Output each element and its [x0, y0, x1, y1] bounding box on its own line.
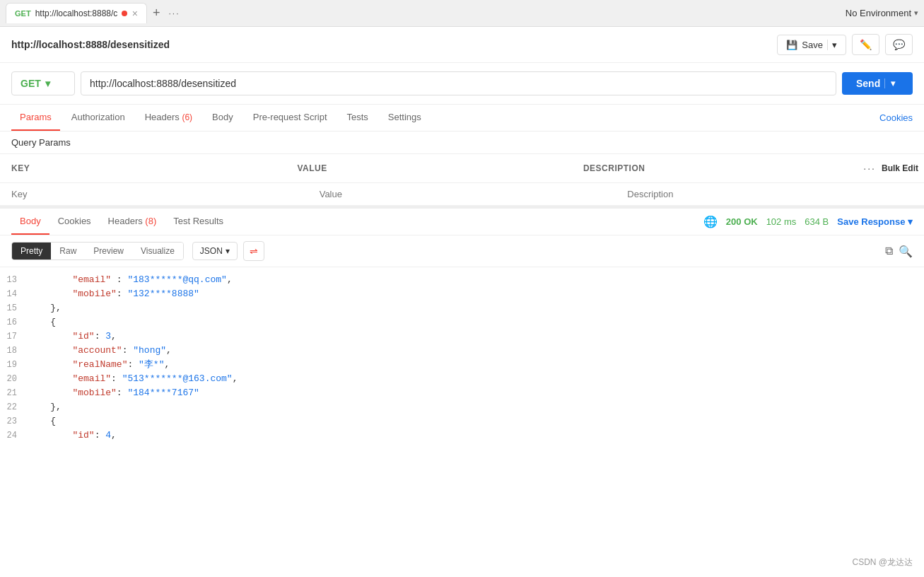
- tab-pre-request-script[interactable]: Pre-request Script: [245, 105, 336, 131]
- tab-dot: [122, 11, 127, 16]
- tab-authorization[interactable]: Authorization: [63, 105, 134, 131]
- watermark: CSDN @龙达达: [852, 556, 913, 569]
- send-label: Send: [856, 78, 880, 89]
- save-icon: 💾: [786, 40, 797, 50]
- response-section: Body Cookies Headers (8) Test Results 🌐 …: [0, 206, 924, 465]
- comment-button[interactable]: 💬: [885, 34, 913, 55]
- response-format-bar: Pretty Raw Preview Visualize JSON ▾ ⇌ ⧉ …: [0, 235, 924, 267]
- browser-tab[interactable]: GET http://localhost:8888/c ×: [6, 3, 147, 23]
- query-params-label: Query Params: [0, 132, 924, 154]
- tab-url: http://localhost:8888/c: [35, 8, 118, 18]
- method-selector[interactable]: GET ▾: [11, 71, 75, 95]
- save-label: Save: [802, 40, 823, 50]
- chevron-down-icon: ▾: [226, 246, 230, 256]
- bulk-edit-button[interactable]: Bulk Edit: [882, 163, 918, 173]
- save-response-label: Save Response: [837, 216, 905, 227]
- globe-icon: 🌐: [703, 215, 718, 228]
- response-tabs-bar: Body Cookies Headers (8) Test Results 🌐 …: [0, 209, 924, 235]
- page-title: http://localhost:8888/desensitized: [11, 39, 170, 50]
- json-content[interactable]: 13 "email" : "183******@qq.com", 14 "mob…: [0, 267, 924, 465]
- json-label: JSON: [200, 246, 223, 256]
- json-line-20: 20 "email": "513*******@163.com",: [0, 372, 924, 386]
- value-column-header: VALUE: [286, 159, 571, 177]
- more-options-icon[interactable]: ···: [863, 163, 876, 174]
- edit-button[interactable]: ✏️: [852, 34, 879, 55]
- format-raw[interactable]: Raw: [51, 243, 85, 260]
- tab-close-icon[interactable]: ×: [132, 8, 138, 19]
- search-button[interactable]: 🔍: [899, 245, 913, 258]
- env-label: No Environment: [846, 8, 911, 18]
- response-size: 634 B: [805, 216, 829, 227]
- chevron-down-icon: ▾: [914, 8, 918, 18]
- format-visualize[interactable]: Visualize: [132, 243, 183, 260]
- json-line-22: 22 },: [0, 400, 924, 414]
- resp-tab-body[interactable]: Body: [11, 209, 49, 235]
- cookies-link[interactable]: Cookies: [879, 112, 913, 123]
- request-bar: GET ▾ Send ▾: [0, 63, 924, 105]
- title-bar: http://localhost:8888/desensitized 💾 Sav…: [0, 27, 924, 63]
- title-bar-actions: 💾 Save ▾ ✏️ 💬: [777, 34, 913, 55]
- value-input[interactable]: [308, 183, 616, 205]
- json-line-23: 23 {: [0, 414, 924, 429]
- json-line-14: 14 "mobile": "132****8888": [0, 287, 924, 301]
- environment-selector[interactable]: No Environment ▾: [846, 8, 918, 18]
- url-input[interactable]: [81, 71, 836, 95]
- status-code: 200 OK: [726, 216, 758, 227]
- json-line-13: 13 "email" : "183******@qq.com",: [0, 273, 924, 287]
- resp-tab-headers[interactable]: Headers (8): [100, 209, 165, 235]
- tab-settings[interactable]: Settings: [380, 105, 430, 131]
- json-line-19: 19 "realName": "李*",: [0, 358, 924, 372]
- key-input[interactable]: [0, 183, 308, 205]
- resp-tab-cookies[interactable]: Cookies: [49, 209, 100, 235]
- response-actions: ⧉ 🔍: [885, 245, 913, 258]
- tab-more-options[interactable]: ···: [166, 6, 183, 21]
- params-table-header: KEY VALUE DESCRIPTION ··· Bulk Edit: [0, 154, 924, 183]
- json-line-17: 17 "id": 3,: [0, 330, 924, 344]
- send-button[interactable]: Send ▾: [842, 72, 913, 95]
- chevron-down-icon: ▾: [45, 78, 50, 89]
- send-chevron-icon[interactable]: ▾: [884, 78, 895, 88]
- json-line-21: 21 "mobile": "184****7167": [0, 386, 924, 400]
- tab-method: GET: [15, 9, 31, 18]
- json-line-24: 24 "id": 4,: [0, 429, 924, 443]
- desc-column-header: DESCRIPTION: [572, 159, 858, 177]
- save-chevron-icon[interactable]: ▾: [827, 40, 837, 50]
- format-pretty[interactable]: Pretty: [12, 243, 51, 260]
- table-actions: ··· Bulk Edit: [858, 158, 924, 178]
- desc-input[interactable]: [616, 183, 924, 205]
- resp-headers-badge: (8): [145, 216, 156, 226]
- save-button[interactable]: 💾 Save ▾: [777, 35, 846, 55]
- save-response-button[interactable]: Save Response ▾: [837, 216, 913, 227]
- add-tab-button[interactable]: +: [147, 3, 166, 23]
- json-line-15: 15 },: [0, 301, 924, 315]
- tab-headers[interactable]: Headers (6): [136, 105, 201, 131]
- response-time: 102 ms: [766, 216, 797, 227]
- response-status-bar: 🌐 200 OK 102 ms 634 B Save Response ▾: [703, 215, 913, 228]
- format-preview[interactable]: Preview: [85, 243, 132, 260]
- json-line-18: 18 "account": "hong",: [0, 344, 924, 358]
- tab-tests[interactable]: Tests: [339, 105, 377, 131]
- tab-body[interactable]: Body: [204, 105, 242, 131]
- copy-button[interactable]: ⧉: [885, 245, 893, 258]
- method-label: GET: [21, 78, 41, 89]
- tab-bar: GET http://localhost:8888/c × + ··· No E…: [0, 0, 924, 27]
- json-type-selector[interactable]: JSON ▾: [192, 242, 238, 260]
- format-group: Pretty Raw Preview Visualize: [11, 242, 184, 260]
- key-column-header: KEY: [0, 159, 286, 177]
- headers-badge: (6): [182, 112, 192, 122]
- resp-tab-test-results[interactable]: Test Results: [165, 209, 232, 235]
- chevron-down-icon: ▾: [908, 216, 913, 227]
- tab-params[interactable]: Params: [11, 105, 60, 131]
- wrap-button[interactable]: ⇌: [243, 241, 264, 261]
- json-line-16: 16 {: [0, 315, 924, 330]
- params-row: [0, 183, 924, 206]
- request-tabs: Params Authorization Headers (6) Body Pr…: [0, 105, 924, 132]
